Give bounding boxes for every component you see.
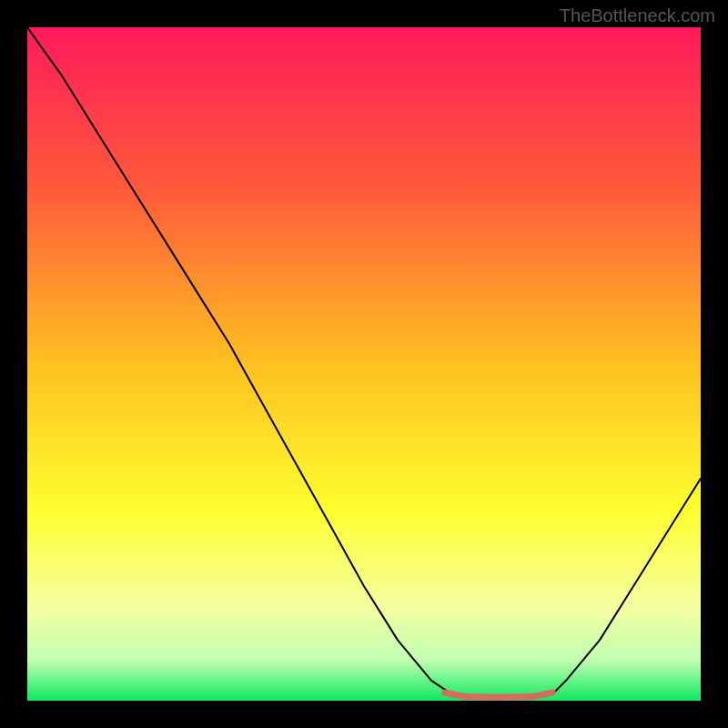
bottleneck-chart bbox=[27, 27, 701, 701]
gradient-background bbox=[27, 27, 701, 701]
chart-frame bbox=[27, 27, 701, 701]
watermark-text: TheBottleneck.com bbox=[560, 5, 715, 26]
